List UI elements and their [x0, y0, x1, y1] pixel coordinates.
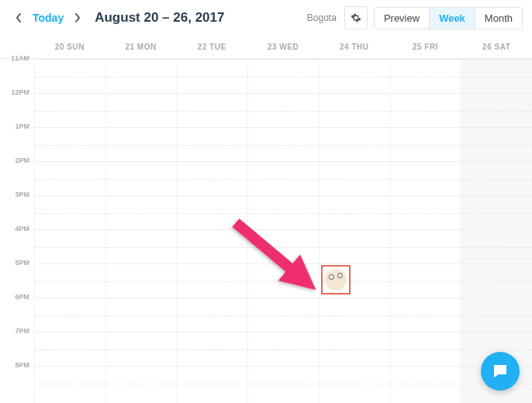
hour-cell[interactable] — [248, 127, 319, 161]
date-range-label: August 20 – 26, 2017 — [95, 10, 224, 26]
hour-cell[interactable] — [106, 332, 177, 366]
hour-cell[interactable] — [320, 195, 390, 229]
hour-cell[interactable] — [391, 229, 461, 264]
hour-cell[interactable] — [35, 161, 105, 195]
hour-cell[interactable] — [177, 161, 247, 195]
next-week-button[interactable] — [68, 9, 87, 27]
hour-cell[interactable] — [177, 195, 247, 229]
hour-cell[interactable] — [320, 93, 390, 127]
day-column[interactable] — [176, 59, 247, 403]
hour-cell[interactable] — [248, 366, 319, 400]
day-column[interactable] — [390, 59, 461, 403]
hour-cell[interactable] — [461, 161, 532, 195]
day-header: 25 FRI — [390, 43, 461, 51]
timezone-label: Bogota — [307, 12, 337, 23]
hour-cell[interactable] — [35, 93, 105, 127]
calendar-event[interactable] — [321, 265, 351, 294]
time-label: 7PM — [15, 327, 29, 335]
view-segment: Preview Week Month — [374, 7, 523, 29]
hour-cell[interactable] — [391, 195, 461, 229]
gear-icon — [351, 12, 361, 23]
hour-cell[interactable] — [177, 298, 247, 332]
settings-button[interactable] — [344, 6, 368, 29]
hour-cell[interactable] — [461, 229, 532, 264]
prev-week-button[interactable] — [9, 9, 28, 27]
hour-cell[interactable] — [391, 127, 461, 161]
hour-cell[interactable] — [461, 298, 532, 332]
hour-cell[interactable] — [106, 195, 177, 229]
hour-cell[interactable] — [106, 264, 177, 298]
hour-cell[interactable] — [177, 59, 247, 93]
hour-cell[interactable] — [461, 195, 532, 229]
chevron-left-icon — [15, 12, 22, 23]
hour-cell[interactable] — [320, 229, 390, 264]
hour-cell[interactable] — [35, 264, 105, 298]
day-column[interactable] — [105, 59, 177, 403]
hour-cell[interactable] — [106, 93, 177, 127]
hour-cell[interactable] — [461, 93, 532, 127]
chat-icon — [491, 362, 510, 381]
hour-cell[interactable] — [106, 366, 177, 400]
preview-button[interactable]: Preview — [375, 8, 429, 29]
hour-cell[interactable] — [320, 366, 390, 400]
hour-cell[interactable] — [35, 229, 105, 264]
hour-cell[interactable] — [391, 93, 461, 127]
hour-cell[interactable] — [248, 264, 319, 298]
time-label: 5PM — [15, 259, 29, 267]
hour-cell[interactable] — [177, 332, 247, 366]
hour-cell[interactable] — [177, 264, 247, 298]
hour-cell[interactable] — [248, 93, 319, 127]
avatar — [325, 269, 347, 291]
hour-cell[interactable] — [248, 229, 319, 264]
hour-cell[interactable] — [391, 298, 461, 332]
day-column[interactable] — [319, 59, 390, 403]
time-label: 3PM — [15, 191, 29, 198]
month-view-button[interactable]: Month — [475, 8, 522, 29]
hour-cell[interactable] — [35, 59, 105, 93]
hour-cell[interactable] — [35, 366, 105, 400]
hour-cell[interactable] — [106, 59, 177, 93]
day-header: 23 WED — [247, 43, 319, 51]
hour-cell[interactable] — [320, 332, 390, 366]
hour-cell[interactable] — [106, 161, 177, 195]
hour-cell[interactable] — [391, 264, 461, 298]
hour-cell[interactable] — [320, 298, 390, 332]
hour-cell[interactable] — [320, 127, 390, 161]
day-column[interactable] — [34, 59, 105, 403]
day-header-row: 20 SUN 21 MON 22 TUE 23 WED 24 THU 25 FR… — [0, 36, 532, 59]
hour-cell[interactable] — [391, 59, 461, 93]
hour-cell[interactable] — [177, 366, 247, 400]
day-column[interactable] — [247, 59, 319, 403]
today-button[interactable]: Today — [28, 12, 68, 24]
time-label: 6PM — [15, 293, 29, 301]
hour-cell[interactable] — [35, 195, 105, 229]
time-label: 2PM — [15, 157, 29, 164]
hour-cell[interactable] — [391, 161, 461, 195]
hour-cell[interactable] — [35, 127, 105, 161]
hour-cell[interactable] — [248, 298, 319, 332]
hour-cell[interactable] — [320, 161, 390, 195]
hour-cell[interactable] — [177, 127, 247, 161]
hour-cell[interactable] — [248, 332, 319, 366]
hour-cell[interactable] — [106, 298, 177, 332]
hour-cell[interactable] — [35, 298, 105, 332]
hour-cell[interactable] — [248, 59, 319, 93]
chat-launcher-button[interactable] — [481, 352, 520, 391]
hour-cell[interactable] — [461, 264, 532, 298]
week-view-button[interactable]: Week — [429, 8, 475, 29]
hour-cell[interactable] — [248, 195, 319, 229]
calendar-grid[interactable] — [34, 59, 532, 403]
hour-cell[interactable] — [177, 229, 247, 264]
hour-cell[interactable] — [177, 93, 247, 127]
hour-cell[interactable] — [461, 127, 532, 161]
day-header: 21 MON — [105, 43, 177, 51]
hour-cell[interactable] — [391, 332, 461, 366]
hour-cell[interactable] — [106, 229, 177, 264]
hour-cell[interactable] — [320, 59, 390, 93]
time-label: 4PM — [15, 225, 29, 232]
hour-cell[interactable] — [391, 366, 461, 400]
hour-cell[interactable] — [106, 127, 177, 161]
hour-cell[interactable] — [461, 59, 532, 93]
hour-cell[interactable] — [35, 332, 105, 366]
hour-cell[interactable] — [248, 161, 319, 195]
